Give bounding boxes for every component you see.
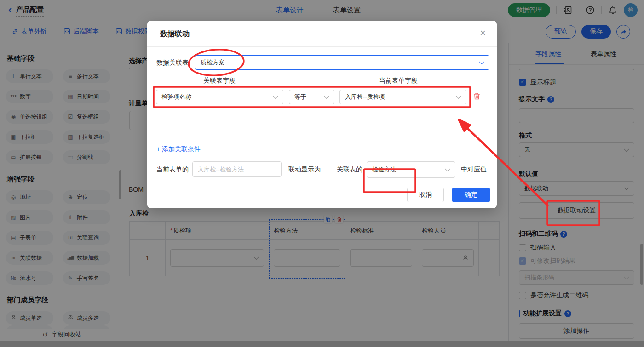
- modal-header-divider: [147, 46, 497, 47]
- chevron-down-icon: [273, 94, 278, 99]
- modal-title: 数据联动: [160, 29, 190, 39]
- data-linkage-modal: 数据联动 × 数据关联表 质检方案 关联表字段 当前表单字段 检验项名称 等于 …: [147, 21, 497, 208]
- corresponding-value-label: 中对应值: [461, 165, 487, 174]
- add-condition-link[interactable]: + 添加关联条件: [156, 145, 201, 154]
- condition-operator-select[interactable]: 等于: [289, 90, 334, 104]
- relation-table-select[interactable]: 质检方案: [195, 55, 489, 70]
- relation-of-label: 关联表的: [337, 165, 362, 174]
- column-header-relation-field: 关联表字段: [203, 77, 236, 85]
- relation-field-select[interactable]: 检验方法: [367, 161, 455, 178]
- condition-left-field-select[interactable]: 检验项名称: [156, 90, 283, 104]
- display-as-label: 联动显示为: [288, 165, 321, 174]
- chevron-down-icon: [456, 94, 461, 99]
- chevron-down-icon: [445, 166, 450, 171]
- delete-condition-button[interactable]: [472, 91, 481, 102]
- condition-right-field-select[interactable]: 入库检--质检项: [339, 90, 466, 104]
- confirm-button[interactable]: 确定: [452, 188, 490, 202]
- chevron-down-icon: [324, 94, 329, 99]
- cancel-button[interactable]: 取消: [407, 188, 444, 202]
- relation-table-label: 数据关联表: [156, 59, 189, 67]
- column-header-current-field: 当前表单字段: [379, 77, 418, 85]
- chevron-down-icon: [479, 59, 484, 64]
- trash-icon: [472, 91, 481, 101]
- close-icon[interactable]: ×: [480, 26, 486, 40]
- current-form-label: 当前表单的: [156, 165, 189, 174]
- current-field-input: [192, 161, 282, 177]
